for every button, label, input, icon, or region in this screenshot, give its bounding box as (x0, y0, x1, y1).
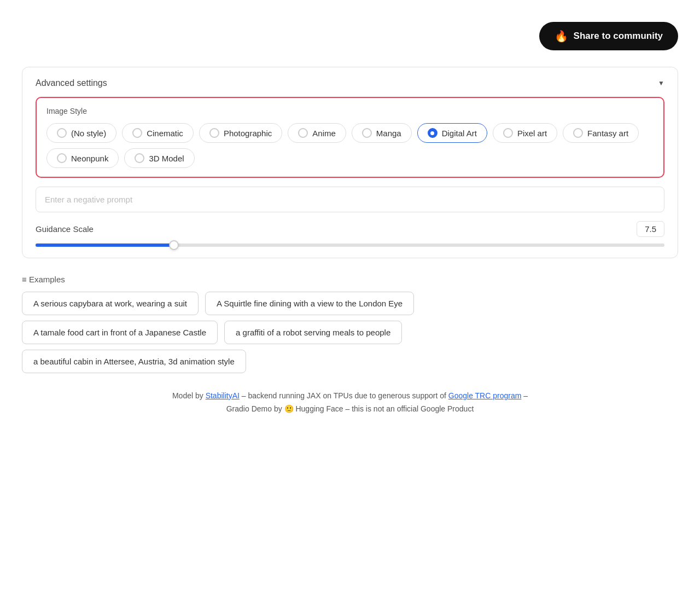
share-to-community-button[interactable]: 🔥 Share to community (539, 22, 678, 50)
radio-label-cinematic: Cinematic (147, 129, 183, 138)
negative-prompt-wrapper (36, 187, 664, 212)
radio-circle-fantasy-art (573, 128, 583, 138)
radio-option-neonpunk[interactable]: Neonpunk (46, 148, 119, 168)
card-header: Advanced settings ▼ (36, 78, 664, 88)
examples-title: ≡ Examples (22, 275, 65, 284)
radio-label-digital-art: Digital Art (442, 129, 477, 138)
radio-circle-anime (298, 128, 308, 138)
image-style-box: Image Style (No style) Cinematic Photogr… (36, 97, 664, 178)
guidance-scale-value: 7.5 (637, 221, 664, 237)
example-chip-squirtle[interactable]: A Squirtle fine dining with a view to th… (205, 292, 414, 315)
radio-option-anime[interactable]: Anime (288, 123, 346, 143)
footer-text-line-1: Model by StabilityAI – backend running J… (22, 390, 678, 403)
radio-option-no-style[interactable]: (No style) (46, 123, 116, 143)
footer-text-gradio: Gradio Demo by 🙂 Hugging Face – this is … (226, 404, 474, 413)
image-style-radio-group: (No style) Cinematic Photographic Anime … (46, 123, 654, 168)
example-chip-cabin[interactable]: a beautiful cabin in Attersee, Austria, … (22, 350, 246, 373)
radio-circle-digital-art (428, 128, 438, 138)
example-chip-capybara[interactable]: A serious capybara at work, wearing a su… (22, 292, 199, 315)
radio-circle-3d-model (135, 153, 144, 163)
radio-option-photographic[interactable]: Photographic (199, 123, 282, 143)
share-button-label: Share to community (574, 31, 663, 42)
radio-label-photographic: Photographic (224, 129, 272, 138)
footer-text-dash: – (523, 391, 528, 400)
radio-label-neonpunk: Neonpunk (71, 154, 108, 163)
slider-fill (36, 243, 174, 247)
radio-circle-photographic (209, 128, 219, 138)
examples-section: ≡ Examples A serious capybara at work, w… (22, 275, 678, 373)
example-chip-graffiti[interactable]: a graffiti of a robot serving meals to p… (224, 321, 402, 344)
radio-circle-pixel-art (503, 128, 513, 138)
radio-circle-no-style (57, 128, 67, 138)
guidance-scale-label: Guidance Scale (36, 224, 94, 234)
example-chip-tamale[interactable]: A tamale food cart in front of a Japanes… (22, 321, 218, 344)
fire-emoji: 🔥 (555, 30, 568, 43)
radio-circle-neonpunk (57, 153, 67, 163)
radio-label-anime: Anime (312, 129, 336, 138)
radio-circle-manga (362, 128, 372, 138)
guidance-scale-section: Guidance Scale 7.5 (36, 221, 664, 247)
radio-label-pixel-art: Pixel art (517, 129, 547, 138)
examples-row-3: a beautiful cabin in Attersee, Austria, … (22, 350, 678, 373)
radio-label-fantasy-art: Fantasy art (587, 129, 628, 138)
advanced-settings-card: Advanced settings ▼ Image Style (No styl… (22, 67, 678, 258)
negative-prompt-input[interactable] (36, 187, 664, 212)
examples-row-2: A tamale food cart in front of a Japanes… (22, 321, 678, 344)
radio-option-fantasy-art[interactable]: Fantasy art (563, 123, 639, 143)
examples-row-1: A serious capybara at work, wearing a su… (22, 292, 678, 315)
radio-option-digital-art[interactable]: Digital Art (417, 123, 487, 143)
card-title: Advanced settings (36, 78, 107, 88)
guidance-scale-slider[interactable] (36, 243, 664, 247)
slider-thumb[interactable] (169, 240, 179, 250)
guidance-header: Guidance Scale 7.5 (36, 221, 664, 237)
radio-label-3d-model: 3D Model (149, 154, 184, 163)
footer-text-model-by: Model by (172, 391, 206, 400)
examples-grid: A serious capybara at work, wearing a su… (22, 292, 678, 373)
radio-circle-cinematic (132, 128, 142, 138)
header: 🔥 Share to community (22, 11, 678, 67)
footer: Model by StabilityAI – backend running J… (22, 390, 678, 416)
radio-label-manga: Manga (376, 129, 401, 138)
radio-option-cinematic[interactable]: Cinematic (122, 123, 194, 143)
examples-header: ≡ Examples (22, 275, 678, 284)
footer-link-google-trc[interactable]: Google TRC program (448, 391, 522, 400)
image-style-label: Image Style (46, 107, 654, 115)
radio-label-no-style: (No style) (71, 129, 106, 138)
chevron-down-icon[interactable]: ▼ (658, 79, 664, 87)
radio-option-pixel-art[interactable]: Pixel art (493, 123, 557, 143)
footer-text-line-2: Gradio Demo by 🙂 Hugging Face – this is … (22, 403, 678, 416)
radio-option-3d-model[interactable]: 3D Model (124, 148, 194, 168)
footer-link-stability[interactable]: StabilityAI (206, 391, 240, 400)
radio-option-manga[interactable]: Manga (352, 123, 412, 143)
footer-text-backend: – backend running JAX on TPUs due to gen… (242, 391, 448, 400)
